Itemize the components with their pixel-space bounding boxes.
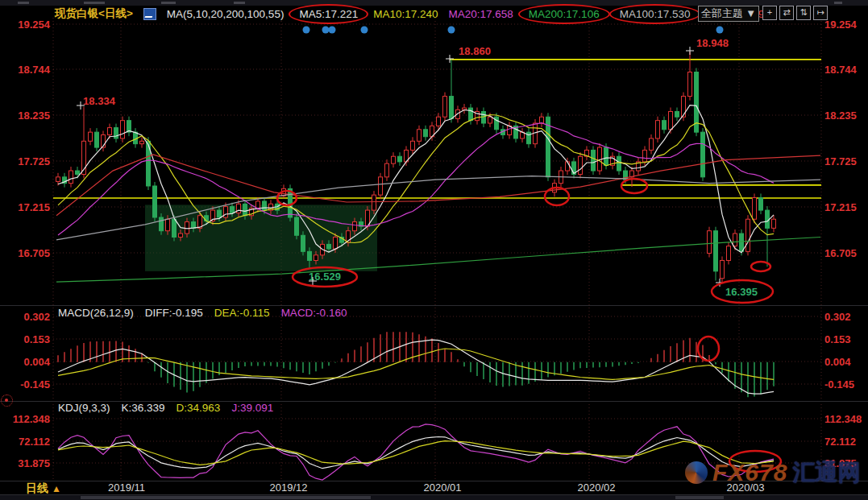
kdj-readout: KDJ(9,3,3) K:36.339 D:34.963 J:39.091: [58, 402, 273, 414]
candle: [540, 117, 544, 123]
candle: [353, 222, 357, 231]
scale-y-icon[interactable]: ⇅: [796, 6, 811, 20]
candle: [675, 112, 679, 118]
macd-axis-label-left: 0.004: [23, 356, 50, 368]
period-label: 日线: [26, 481, 48, 494]
macd-axis-label-left: -0.145: [20, 378, 50, 390]
chart-header-bar: 现货白银<日线> MA(5,10,20,200,100,55) MA5:17.2…: [55, 5, 764, 23]
alarm-dot-icon[interactable]: [1, 395, 13, 407]
candle: [372, 195, 376, 210]
scale-x-icon[interactable]: ⇄: [779, 6, 794, 20]
candle: [289, 188, 293, 217]
price-annotation: 18.334: [83, 95, 116, 107]
macd-panel: [58, 332, 774, 397]
candle: [592, 150, 596, 171]
ma-params-label: MA(5,10,20,200,100,55): [167, 8, 284, 20]
price-annotation: 16.395: [725, 286, 758, 298]
candle: [192, 222, 196, 229]
candle: [682, 97, 686, 118]
period-arrow-icon: ▲: [52, 483, 61, 494]
candle: [295, 217, 299, 235]
candle: [669, 112, 673, 130]
event-marker-dot[interactable]: [303, 27, 310, 34]
price-annotation: 18.948: [696, 37, 729, 49]
candle: [166, 219, 170, 230]
scrollbar-thumb[interactable]: [81, 496, 371, 499]
candle: [237, 204, 241, 213]
symbol-title[interactable]: 现货白银<日线>: [55, 6, 133, 21]
highlight-ellipse: [698, 337, 719, 361]
candle: [753, 197, 757, 219]
event-marker-dot[interactable]: [329, 27, 336, 34]
candle: [385, 163, 389, 177]
event-marker-dot[interactable]: [716, 27, 724, 34]
candle: [172, 219, 177, 237]
candle: [411, 141, 415, 150]
candle: [308, 251, 312, 260]
kdj-name[interactable]: KDJ(9,3,3): [58, 402, 110, 414]
price-axis-label-right: 19.254: [824, 19, 858, 31]
candle: [76, 171, 80, 174]
date-axis-label: 2019/12: [270, 481, 308, 494]
candlestick-chart-icon[interactable]: [143, 8, 156, 20]
candle: [121, 121, 125, 138]
price-axis-label-left: 19.254: [18, 19, 51, 31]
candle: [740, 233, 744, 251]
candle: [301, 235, 305, 251]
candle: [617, 156, 621, 171]
chart-tool-buttons: + ⇄ ⇅ ↦: [762, 6, 828, 20]
candle: [263, 201, 267, 210]
window-bottom-edge: [0, 495, 868, 500]
chart-canvas[interactable]: 18.33418.86018.94816.52916.39519.25419.2…: [0, 0, 868, 500]
kdj-axis-label-right: 72.112: [824, 436, 856, 448]
candle: [688, 72, 692, 96]
candle: [218, 210, 222, 217]
all-themes-dropdown[interactable]: 全部主题 ▼: [698, 6, 759, 22]
macd-axis-label-left: 0.153: [23, 333, 50, 345]
price-axis-label-left: 16.705: [18, 247, 50, 259]
kdj-d-value: D:34.963: [177, 402, 221, 414]
candle: [89, 132, 93, 141]
candle: [469, 108, 473, 121]
candle: [650, 138, 654, 150]
candle: [604, 147, 608, 165]
kdj-axis-label-right: 112.348: [824, 413, 862, 425]
j-line: [58, 424, 774, 480]
price-annotation: 18.860: [459, 45, 491, 57]
candle: [579, 156, 583, 174]
kdj-j-value: J:39.091: [231, 402, 273, 414]
candle: [327, 244, 331, 249]
macd-readout: MACD(26,12,9) DIFF:-0.195 DEA:-0.115 MAC…: [58, 307, 347, 319]
shift-right-icon[interactable]: ↦: [813, 6, 828, 20]
candle: [108, 128, 112, 135]
event-marker-dot[interactable]: [361, 27, 368, 34]
event-marker-dot[interactable]: [448, 27, 455, 34]
candle: [379, 177, 383, 195]
date-axis-label: 2020/01: [424, 481, 462, 494]
candle: [727, 246, 731, 261]
candle: [437, 117, 441, 126]
candle: [662, 121, 667, 130]
period-selector[interactable]: 日线 ▲: [26, 481, 61, 496]
price-axis-label-right: 18.744: [824, 64, 858, 76]
candle: [230, 207, 235, 213]
macd-diff-value: DIFF:-0.195: [145, 307, 203, 319]
ma10-value: MA10:17.240: [373, 8, 438, 20]
macd-axis-label-left: 0.302: [23, 311, 50, 323]
kdj-panel: [58, 424, 774, 480]
macd-macd-value: MACD:-0.160: [281, 307, 347, 319]
chart-window: 现货白银<日线> MA(5,10,20,200,100,55) MA5:17.2…: [0, 0, 868, 500]
kdj-k-value: K:36.339: [122, 402, 165, 414]
macd-name[interactable]: MACD(26,12,9): [58, 307, 134, 319]
event-marker-dot[interactable]: [322, 27, 330, 34]
candle: [243, 204, 247, 215]
diff-line: [58, 340, 774, 394]
pan-icon[interactable]: +: [762, 6, 777, 20]
macd-axis-label-right: 0.302: [824, 311, 851, 323]
candle: [69, 171, 73, 184]
highlight-ellipse: [621, 179, 647, 193]
macd-axis-label-right: -0.145: [824, 378, 854, 390]
price-axis-label-left: 18.744: [18, 64, 51, 76]
event-dots: [303, 27, 724, 34]
ma100-value-circled: MA100:17.530: [615, 8, 696, 20]
